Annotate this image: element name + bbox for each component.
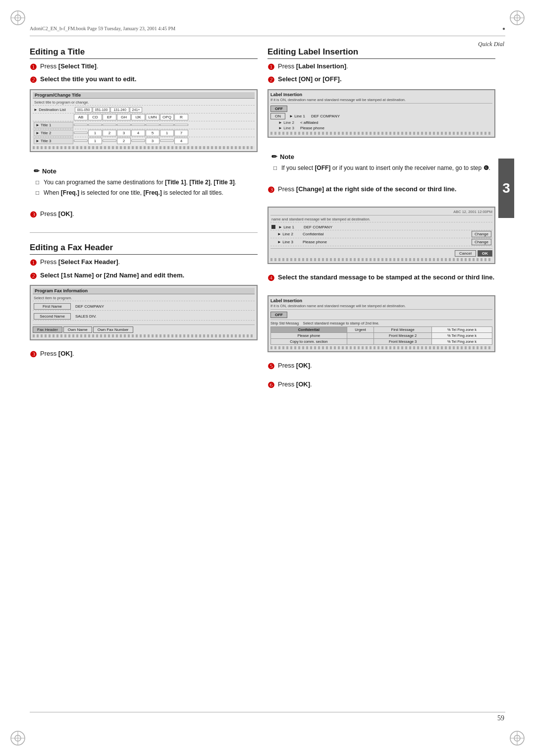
note-2-item-1: □ If you select [OFF] or if you want to … xyxy=(271,163,491,172)
ch-ok-btn[interactable]: OK xyxy=(478,250,492,257)
col-ab: AB xyxy=(74,114,88,120)
ch-line1-row: ► Line 1 DEF COMPANY xyxy=(270,224,492,230)
ch-line2-row: ► Line 2 Confidential Change xyxy=(270,230,492,238)
note-icon-1: ✏ xyxy=(34,166,40,176)
col-cd: CD xyxy=(88,114,102,120)
screen-title: Program/Change Title xyxy=(33,92,255,99)
li-on-row: ON ► Line 1 DEF COMPANY xyxy=(270,113,492,119)
sm-row-3: Copy to comm. section Front Message 3 % … xyxy=(271,338,492,344)
step-2-fax-num: ❷ xyxy=(30,271,38,282)
step-2-fax: ❷ Select [1st Name] or [2nd Name] and ed… xyxy=(30,271,258,282)
note-label-2: Note xyxy=(280,152,294,162)
note-bullet-3: □ xyxy=(273,163,278,172)
sm-please-phone[interactable]: Please phone xyxy=(271,332,347,338)
main-content: Editing a Title ❶ Press [Select Title]. … xyxy=(30,47,495,709)
fh-second-name-btn[interactable]: Second Name xyxy=(34,313,71,320)
ch-line3-row: ► Line 3 Please phone Change xyxy=(270,238,492,246)
dest-cell-2: 051-100 xyxy=(93,107,110,112)
t1-lmn xyxy=(146,124,160,126)
note-bullet-2: □ xyxy=(36,188,41,197)
sm-tel-1[interactable]: % Tel Fing zone k xyxy=(432,326,492,332)
t1-gh xyxy=(117,124,131,126)
t2-lmn: 5 xyxy=(146,130,160,136)
col-opq: OPQ xyxy=(160,114,174,120)
li-on-spacer: ► Line 1 xyxy=(289,114,305,118)
fh-own-name-btn[interactable]: Own Name xyxy=(63,326,92,333)
fh-second-name-row: Second Name SALES DIV. xyxy=(33,313,255,321)
step-3-fax-text: Press [OK]. xyxy=(40,349,258,360)
t2-ab xyxy=(74,132,88,134)
ch-timestamp: ABC 12, 2001 12:00PM xyxy=(453,210,492,214)
step-3-title: ❸ Press [OK]. xyxy=(30,210,258,220)
header-file-info: AdoniC2_EN_b-f_FM.book Page 59 Tuesday, … xyxy=(30,26,175,31)
col-headers-row: AB CD EF GH IJK LMN OPQ R xyxy=(33,113,255,121)
title2-label: ► Title 2 xyxy=(34,130,73,136)
step-3-li-num: ❸ xyxy=(268,185,275,196)
t3-ef xyxy=(103,140,116,142)
sm-copy[interactable]: Copy to comm. section xyxy=(271,338,347,344)
sm-strip-row: Strip Std Messag Select standard message… xyxy=(270,320,492,325)
editing-title-heading: Editing a Title xyxy=(30,47,258,59)
fh-scrollbar xyxy=(33,334,255,337)
sm-confidential[interactable]: Confidential xyxy=(271,326,347,332)
page-number: 59 xyxy=(497,714,504,722)
t2-ijk: 4 xyxy=(131,130,145,136)
li-line3-row: ► Line 3 Please phone xyxy=(270,126,492,130)
t3-ijk xyxy=(131,140,145,142)
fh-own-fax-btn[interactable]: Own Fax Number xyxy=(93,326,133,333)
fh-subtitle: Select item to program. xyxy=(33,295,255,301)
fh-bottom-spacer xyxy=(33,321,255,324)
sm-strip-label: Strip Std Messag xyxy=(270,321,299,325)
li-off-row: OFF xyxy=(270,106,492,112)
sm-urgent[interactable]: Urgent xyxy=(347,326,374,332)
step-2-title: ❷ Select the title you want to edit. xyxy=(30,75,258,86)
fh-bottom-buttons: Fax Header Own Name Own Fax Number xyxy=(33,324,255,333)
screen-scrollbar xyxy=(33,146,255,149)
title2-row: ► Title 2 1 2 3 4 5 1 7 xyxy=(33,129,255,137)
step-1-title-num: ❶ xyxy=(30,62,38,73)
step-1-fax: ❶ Press [Select Fax Header]. xyxy=(30,258,258,269)
t3-lmn: 3 xyxy=(146,138,160,144)
t1-r xyxy=(174,124,188,126)
sm-front-msg-3[interactable]: Front Message 3 xyxy=(374,338,432,344)
step-1-title: ❶ Press [Select Title]. xyxy=(30,62,258,73)
ch-change-btn-3[interactable]: Change xyxy=(472,239,491,245)
sm-empty-2 xyxy=(347,338,374,344)
note-2-title: ✏ Note xyxy=(271,152,491,162)
sm-front-msg-2[interactable]: Front Message 2 xyxy=(374,332,432,338)
sm-off-btn[interactable]: OFF xyxy=(270,312,287,318)
sm-title: Label Insertion xyxy=(270,298,492,303)
fh-first-name-btn[interactable]: First Name xyxy=(34,303,71,310)
ch-line2-label: ► Line 2 xyxy=(271,232,301,236)
note-text-1: You can programed the same destinations … xyxy=(44,178,236,187)
title1-row: ► Title 1 xyxy=(33,121,255,129)
fh-fax-header-btn[interactable]: Fax Header xyxy=(33,326,62,333)
ch-bottom-btns: Cancel OK xyxy=(270,248,492,257)
section-divider xyxy=(30,232,258,233)
fh-screen-title: Program Fax Information xyxy=(33,288,255,294)
step-6-li-num: ❻ xyxy=(268,380,275,391)
step-2-li: ❷ Select [ON] or [OFF]. xyxy=(268,75,495,86)
step-2-title-num: ❷ xyxy=(30,75,38,86)
t1-ijk xyxy=(131,124,145,126)
sm-tel-3[interactable]: % Tel Fing zone k xyxy=(432,338,492,344)
sm-first-msg[interactable]: First Message xyxy=(374,326,432,332)
step-3-fax: ❸ Press [OK]. xyxy=(30,349,258,360)
step-1-fax-text: Press [Select Fax Header]. xyxy=(40,258,258,269)
step-1-title-text: Press [Select Title]. xyxy=(40,62,258,73)
header: AdoniC2_EN_b-f_FM.book Page 59 Tuesday, … xyxy=(30,26,505,31)
t3-r: 4 xyxy=(174,138,188,144)
sm-subtitle: If it is ON, destination name and standa… xyxy=(270,304,492,310)
ch-cancel-btn[interactable]: Cancel xyxy=(455,250,476,257)
note-bullet-1: □ xyxy=(36,178,41,187)
sm-tel-2[interactable]: % Tel Fing zone k xyxy=(432,332,492,338)
right-column: Editing Label Insertion ❶ Press [Label I… xyxy=(268,47,495,709)
chapter-badge: 3 xyxy=(498,159,514,218)
note-1-item-2: □ When [Freq.] is selected for one title… xyxy=(34,188,254,197)
t1-opq xyxy=(160,124,174,126)
li-on-btn[interactable]: ON xyxy=(270,113,285,119)
title3-label: ► Title 3 xyxy=(34,138,73,144)
ch-change-btn-2[interactable]: Change xyxy=(472,231,491,237)
fh-first-name-value: DEF COMPANY xyxy=(72,304,104,309)
li-off-btn[interactable]: OFF xyxy=(270,106,287,112)
